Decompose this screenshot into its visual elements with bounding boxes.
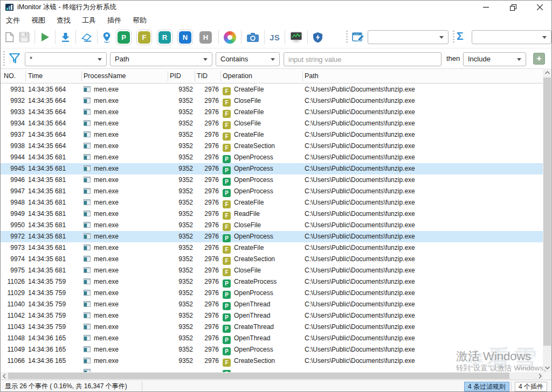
sigma-statistics-icon[interactable]: Σ [457,30,464,43]
status-divider [142,382,142,391]
restore-button[interactable] [501,1,525,14]
table-row[interactable]: 995014:34:35 681men.exe93522976FCloseFil… [1,220,544,231]
add-filter-button[interactable]: + [533,53,545,65]
table-row[interactable]: P [1,367,544,372]
column-divider[interactable] [302,71,303,81]
toolbar-combobox-2[interactable] [472,30,551,44]
table-row[interactable]: 993714:34:35 664men.exe93522976FCreateFi… [1,129,544,141]
column-header-pid[interactable]: PID [170,69,181,83]
process-name: men.exe [94,233,119,240]
table-row[interactable]: 994514:34:35 681men.exe93522976POpenProc… [1,163,544,174]
table-row[interactable]: 994714:34:35 681men.exe93522976POpenProc… [1,186,544,197]
c-time: 14:34:35 681 [28,254,66,265]
report-form-button[interactable] [352,32,364,45]
task-manager-button[interactable] [290,32,302,43]
table-row[interactable]: 997314:34:35 681men.exe93522976FCreateFi… [1,242,544,254]
toolbar-letter-button[interactable]: R [157,30,172,45]
column-header-process[interactable]: ProcessName [84,69,126,83]
scroll-up-icon[interactable] [543,68,551,77]
column-header-time[interactable]: Time [28,69,43,83]
menu-help[interactable]: 帮助 [129,15,150,26]
table-row[interactable]: 993814:34:35 664men.exe93522976FCreateSe… [1,141,544,152]
column-divider[interactable] [25,71,26,81]
plugins-badge[interactable]: 4 个插件 [515,382,547,391]
toolbar-letter-button[interactable]: P [116,30,132,45]
c-tid: 2976 [188,355,219,367]
table-row[interactable]: 1102614:34:35 759men.exe93522976PCreateP… [1,276,544,288]
menu-view[interactable]: 视图 [27,15,49,26]
filterbar-grip[interactable] [3,51,5,66]
table-row[interactable]: 1104814:34:36 165men.exe93522976POpenThr… [1,333,544,344]
column-divider[interactable] [220,71,221,81]
scroll-left-icon[interactable] [1,372,8,380]
toolbar-letter-button[interactable]: H [198,30,213,45]
menu-plugins[interactable]: 插件 [104,15,125,26]
column-divider[interactable] [195,71,195,81]
new-file-button[interactable] [5,32,14,43]
download-button[interactable] [60,32,71,43]
horizontal-scrollbar[interactable] [1,372,544,380]
start-capture-button[interactable] [40,32,50,43]
table-row[interactable]: 1104914:34:36 165men.exe93522976POpenPro… [1,344,544,355]
table-row[interactable]: 997414:34:35 681men.exe93522976FCreateSe… [1,254,544,265]
table-row[interactable]: 993114:34:35 664men.exe93522976FCreateFi… [1,84,544,95]
toolbar-combobox-1[interactable] [368,30,448,44]
filter-scope-select[interactable]: * [25,52,107,66]
toolbar-letter-button[interactable]: N [177,30,193,45]
column-header-operation[interactable]: Operation [223,69,252,83]
table-row[interactable]: 1104314:34:35 759men.exe93522976PCreateT… [1,321,544,333]
column-divider[interactable] [168,71,168,81]
operation-name: CreateThread [234,323,274,331]
table-row[interactable]: 994614:34:35 681men.exe93522976POpenProc… [1,174,544,186]
column-header-tid[interactable]: TID [197,69,208,83]
table-row[interactable]: 994914:34:35 681men.exe93522976FReadFile… [1,208,544,220]
filter-value-input[interactable] [284,52,441,66]
table-row[interactable]: 994414:34:35 681men.exe93522976POpenProc… [1,152,544,163]
minimize-button[interactable] [474,1,498,14]
table-row[interactable]: 997214:34:35 681men.exe93522976POpenProc… [1,231,544,242]
js-script-button[interactable]: JS [270,33,280,42]
toolbar-separator [241,30,242,44]
scroll-down-icon[interactable] [543,363,551,372]
save-button[interactable] [19,32,30,43]
c-path: C:\Users\Public\Documents\funzip.exe [305,231,415,242]
color-wheel-button[interactable] [224,31,236,44]
table-row[interactable]: 1104014:34:35 759men.exe93522976POpenThr… [1,299,544,310]
table-row[interactable]: 993314:34:35 664men.exe93522976FCreateFi… [1,107,544,118]
toolbar-grip[interactable] [346,31,348,44]
toolbar-grip[interactable] [453,31,454,44]
column-header-no[interactable]: NO. [4,69,16,83]
toolbar-letter-button[interactable]: F [136,30,152,45]
menu-find[interactable]: 查找 [53,15,74,26]
menu-tools[interactable]: 工具 [78,15,100,26]
vertical-scroll-thumb[interactable] [543,78,551,346]
close-button[interactable] [528,1,552,14]
filter-field-select[interactable]: Path [110,52,212,66]
filter-operator-select[interactable]: Contains [216,52,280,66]
filter-rules-badge[interactable]: 4 条过滤规则 [464,382,509,391]
table-row[interactable]: 993414:34:35 664men.exe93522976FCloseFil… [1,118,544,129]
table-row[interactable]: 994814:34:35 681men.exe93522976FCreateFi… [1,197,544,208]
location-pin-button[interactable] [102,32,111,43]
table-row[interactable]: 993214:34:35 664men.exe93522976FCloseFil… [1,95,544,107]
c-time: 14:34:35 681 [28,163,66,174]
operation-icon: P [223,166,231,174]
clear-eraser-button[interactable] [81,32,92,43]
screenshot-button[interactable] [246,32,259,43]
c-path: C:\Users\Public\Documents\funzip.exe [305,288,415,299]
table-row[interactable]: 1102914:34:35 759men.exe93522976POpenPro… [1,288,544,299]
menu-file[interactable]: 文件 [2,15,24,26]
table-row[interactable]: 1104214:34:35 759men.exe93522976POpenThr… [1,310,544,321]
vertical-scrollbar[interactable] [543,68,551,372]
column-header-path[interactable]: Path [305,69,319,83]
c-path: C:\Users\Public\Documents\funzip.exe [305,310,415,321]
toolbar: P F R N H JS Σ [1,26,551,48]
table-row[interactable]: 1106614:34:36 165men.exe93522976FCreateS… [1,355,544,367]
shield-button[interactable] [313,32,323,43]
column-divider[interactable] [81,71,82,81]
c-proc: men.exe [84,174,119,186]
table-row[interactable]: 997514:34:35 681men.exe93522976FCloseFil… [1,265,544,276]
c-proc: men.exe [84,152,119,163]
horizontal-scroll-thumb[interactable] [8,373,509,379]
filter-action-select[interactable]: Include [463,52,526,66]
